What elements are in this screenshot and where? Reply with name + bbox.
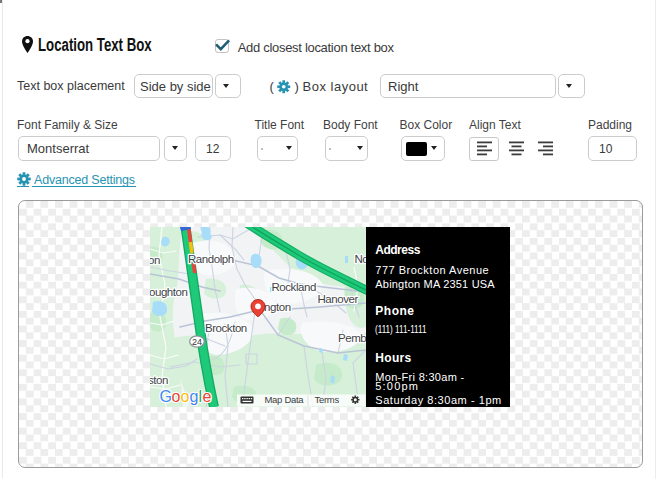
svg-text:Rockland: Rockland [272, 281, 316, 293]
svg-text:l: l [199, 388, 202, 405]
svg-text:ston: ston [150, 374, 168, 386]
svg-text:Brockton: Brockton [205, 322, 247, 334]
svg-text:24: 24 [192, 337, 202, 347]
svg-text:g: g [190, 388, 199, 405]
svg-text:Terms: Terms [315, 394, 340, 405]
svg-text:Map Data: Map Data [265, 394, 305, 405]
svg-text:o: o [181, 388, 190, 405]
svg-text:ington: ington [262, 301, 291, 313]
svg-text:Randolph: Randolph [188, 253, 234, 265]
svg-text:e: e [203, 388, 212, 405]
svg-text:G: G [160, 388, 172, 405]
svg-text:oughton: oughton [150, 286, 187, 298]
svg-text:Hanover: Hanover [318, 293, 359, 305]
svg-text:on: on [150, 254, 160, 266]
svg-text:No: No [355, 253, 366, 265]
svg-text:Pemb: Pemb [338, 332, 366, 344]
svg-text:o: o [172, 388, 181, 405]
